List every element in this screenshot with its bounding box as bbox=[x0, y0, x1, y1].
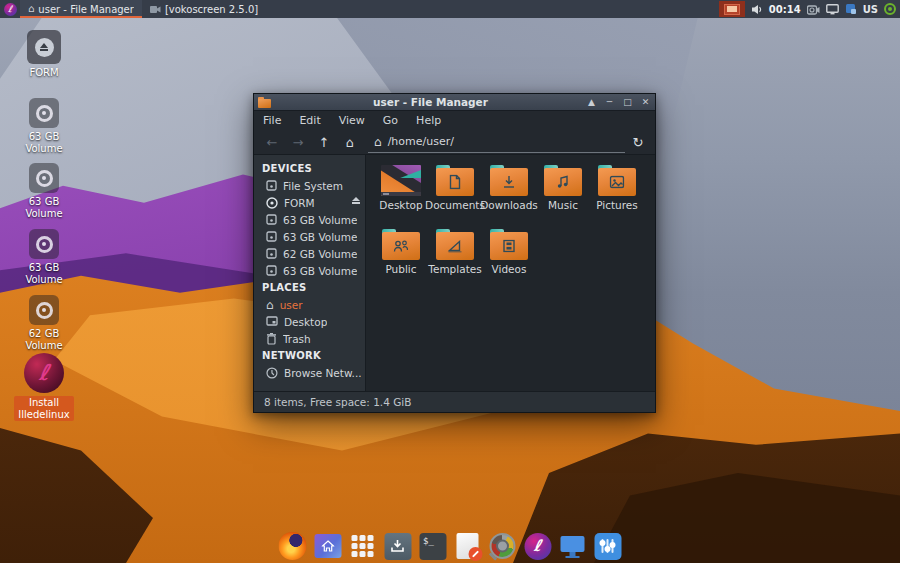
drive-icon bbox=[266, 214, 277, 225]
sidebar-item-trash[interactable]: Trash bbox=[254, 330, 365, 347]
trash-icon bbox=[266, 333, 277, 345]
volume-icon[interactable] bbox=[751, 4, 763, 15]
sidebar-header-network: NETWORK bbox=[254, 347, 365, 364]
document-icon bbox=[457, 533, 479, 559]
file-item-downloads[interactable]: Downloads bbox=[482, 163, 536, 225]
sidebar-item-browse-network[interactable]: Browse Netw... bbox=[254, 364, 365, 381]
drive-icon bbox=[266, 231, 277, 242]
status-text: 8 items, Free space: 1.4 GiB bbox=[264, 396, 411, 408]
network-tray-icon[interactable] bbox=[845, 3, 857, 15]
templates-folder-icon bbox=[436, 229, 474, 260]
sidebar-item-volume-2[interactable]: 63 GB Volume bbox=[254, 228, 365, 245]
sidebar-item-volume-3[interactable]: 62 GB Volume bbox=[254, 245, 365, 262]
home-button[interactable]: ⌂ bbox=[338, 132, 362, 152]
dock-package-installer[interactable] bbox=[384, 532, 412, 560]
path-text: /home/user/ bbox=[388, 135, 454, 148]
sidebar-header-devices: DEVICES bbox=[254, 160, 365, 177]
disk-usage-icon bbox=[490, 533, 516, 559]
menu-edit[interactable]: Edit bbox=[290, 111, 329, 130]
dock-display-settings[interactable] bbox=[559, 532, 587, 560]
desktop-icon-form[interactable]: FORM bbox=[14, 30, 74, 79]
menubar: File Edit View Go Help bbox=[254, 111, 655, 130]
desktop-icon-volume-4[interactable]: 62 GB Volume bbox=[14, 295, 74, 351]
file-item-templates[interactable]: Templates bbox=[428, 227, 482, 289]
session-power-icon[interactable] bbox=[884, 3, 896, 15]
illedelinux-logo-icon: ℓ bbox=[524, 533, 551, 560]
maximize-button[interactable]: □ bbox=[622, 98, 633, 107]
desktop-icon-label: 63 GB Volume bbox=[14, 131, 74, 154]
sidebar-item-form[interactable]: FORM bbox=[254, 194, 365, 211]
forward-button[interactable]: → bbox=[286, 132, 310, 152]
file-item-videos[interactable]: Videos bbox=[482, 227, 536, 289]
home-icon: ⌂ bbox=[266, 299, 274, 311]
home-icon: ⌂ bbox=[374, 135, 382, 149]
sidebar-item-user[interactable]: ⌂ user bbox=[254, 296, 365, 313]
recording-indicator[interactable] bbox=[719, 1, 745, 17]
sidebar-item-file-system[interactable]: File System bbox=[254, 177, 365, 194]
illedelinux-logo-icon: ℓ bbox=[24, 353, 64, 393]
dock-illedelinux-installer[interactable]: ℓ bbox=[524, 532, 552, 560]
shade-window-button[interactable]: ▲ bbox=[586, 98, 597, 107]
disk-volume-icon bbox=[29, 229, 59, 259]
desktop-icon-label: 63 GB Volume bbox=[14, 196, 74, 219]
sidebar-item-volume-1[interactable]: 63 GB Volume bbox=[254, 211, 365, 228]
vokoscreen-tray-icon[interactable] bbox=[807, 4, 820, 15]
file-item-desktop[interactable]: Desktop bbox=[374, 163, 428, 225]
downloads-folder-icon bbox=[490, 165, 528, 196]
drive-icon bbox=[266, 180, 277, 191]
sidebar-item-volume-4[interactable]: 63 GB Volume bbox=[254, 262, 365, 279]
clock[interactable]: 00:14 bbox=[769, 4, 801, 15]
sidebar-item-desktop[interactable]: Desktop bbox=[254, 313, 365, 330]
public-folder-icon bbox=[382, 229, 420, 260]
close-button[interactable]: ✕ bbox=[640, 98, 651, 107]
dock-file-manager[interactable] bbox=[314, 532, 342, 560]
file-item-pictures[interactable]: Pictures bbox=[590, 163, 644, 225]
toolbar: ← → ↑ ⌂ ⌂ /home/user/ ↻ bbox=[254, 130, 655, 155]
desktop-folder-thumbnail-icon bbox=[381, 165, 421, 196]
disk-volume-icon bbox=[29, 295, 59, 325]
panel-tray: 00:14 US bbox=[719, 1, 900, 17]
minimize-button[interactable]: ─ bbox=[604, 98, 615, 107]
desktop-icon-label: Install Illedelinux bbox=[14, 396, 74, 421]
dock-terminal[interactable]: $_ bbox=[419, 532, 447, 560]
up-button[interactable]: ↑ bbox=[312, 132, 336, 152]
usb-drive-icon bbox=[27, 30, 61, 64]
eject-button[interactable] bbox=[352, 197, 360, 204]
distro-logo-icon: ℓ bbox=[4, 3, 17, 16]
install-icon bbox=[384, 533, 411, 560]
disc-icon bbox=[266, 197, 278, 209]
menu-file[interactable]: File bbox=[254, 111, 290, 130]
dock-app-grid[interactable] bbox=[349, 532, 377, 560]
taskbar-item-file-manager[interactable]: ⌂ user - File Manager bbox=[20, 0, 142, 18]
dock-text-editor[interactable] bbox=[454, 532, 482, 560]
camera-icon bbox=[150, 5, 161, 14]
firefox-icon bbox=[279, 532, 307, 560]
reload-button[interactable]: ↻ bbox=[627, 132, 649, 152]
sidebar-header-places: PLACES bbox=[254, 279, 365, 296]
menu-view[interactable]: View bbox=[330, 111, 374, 130]
desktop-icon-volume-3[interactable]: 63 GB Volume bbox=[14, 229, 74, 285]
desktop-icon-volume-2[interactable]: 63 GB Volume bbox=[14, 163, 74, 219]
menu-go[interactable]: Go bbox=[374, 111, 407, 130]
statusbar: 8 items, Free space: 1.4 GiB bbox=[254, 391, 655, 412]
path-bar[interactable]: ⌂ /home/user/ bbox=[368, 131, 625, 153]
taskbar-item-vokoscreen[interactable]: [vokoscreen 2.5.0] bbox=[142, 0, 266, 18]
desktop-icon-volume-1[interactable]: 63 GB Volume bbox=[14, 98, 74, 154]
dock-firefox[interactable] bbox=[279, 532, 307, 560]
window-titlebar[interactable]: user - File Manager ▲ ─ □ ✕ bbox=[254, 94, 655, 111]
music-folder-icon bbox=[544, 165, 582, 196]
keyboard-layout-indicator[interactable]: US bbox=[863, 4, 878, 15]
desktop-icon-label: 62 GB Volume bbox=[14, 328, 74, 351]
file-item-music[interactable]: Music bbox=[536, 163, 590, 225]
applications-menu-button[interactable]: ℓ bbox=[0, 0, 20, 18]
display-tray-icon[interactable] bbox=[826, 4, 839, 15]
menu-help[interactable]: Help bbox=[407, 111, 450, 130]
back-button[interactable]: ← bbox=[260, 132, 284, 152]
dock-settings-mixer[interactable] bbox=[594, 532, 622, 560]
dock-disk-utility[interactable] bbox=[489, 532, 517, 560]
taskbar-item-label: [vokoscreen 2.5.0] bbox=[165, 4, 258, 15]
file-item-public[interactable]: Public bbox=[374, 227, 428, 289]
disk-volume-icon bbox=[29, 98, 59, 128]
desktop-icon-install-illedelinux[interactable]: ℓ Install Illedelinux bbox=[14, 353, 74, 421]
file-item-documents[interactable]: Documents bbox=[428, 163, 482, 225]
